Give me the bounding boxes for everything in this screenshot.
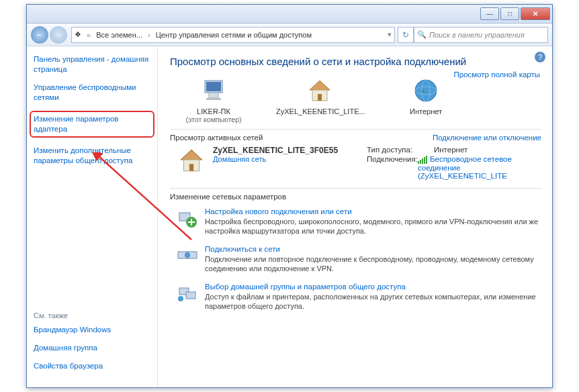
svg-rect-1 [206,82,221,91]
globe-icon [412,77,440,105]
home-network-link[interactable]: Домашняя сеть [213,155,266,163]
svg-point-20 [178,296,183,301]
breadcrumb-item[interactable]: Все элемен... [93,31,145,39]
help-icon[interactable]: ? [535,52,545,62]
task-homegroup: Выбор домашней группы и параметров общег… [177,283,541,311]
close-button[interactable]: ✕ [521,7,550,20]
breadcrumb-sep: › [145,31,153,39]
svg-rect-12 [189,164,193,170]
network-name: ZyXEL_KEENETIC_LITE_3F0E55 [213,146,338,155]
task-desc: Настройка беспроводного, широкополосного… [205,217,538,235]
breadcrumb-icon: ❖ [72,30,84,39]
minimize-button[interactable]: — [480,7,499,20]
pc-sublabel: (этот компьютер) [170,115,257,124]
svg-rect-3 [206,98,221,100]
search-input[interactable]: 🔍 Поиск в панели управления [414,27,548,43]
network-node-pc: LIKER-ПК (этот компьютер) [170,77,257,124]
breadcrumb-sep: « [84,31,93,39]
active-networks-section: Подключение или отключение Просмотр акти… [170,129,541,181]
search-icon: 🔍 [417,30,427,39]
task-link[interactable]: Подключиться к сети [205,245,541,253]
connection-link[interactable]: Беспроводное сетевое соединение (ZyXEL_K… [418,155,541,180]
task-link[interactable]: Настройка нового подключения или сети [205,207,541,215]
house-icon [306,77,334,105]
connections-label: Подключения: [367,155,418,180]
svg-rect-6 [318,94,322,101]
access-type-label: Тип доступа: [367,146,434,154]
pc-name: LIKER-ПК [170,107,257,115]
svg-rect-19 [186,292,195,299]
view-full-map-link[interactable]: Просмотр полной карты [453,70,540,79]
svg-point-17 [185,252,190,258]
main-content: ? Просмотр основных сведений о сети и на… [158,46,552,387]
computer-icon [199,77,228,105]
active-network-row: ZyXEL_KEENETIC_LITE_3F0E55 Домашняя сеть… [177,146,541,181]
network-map: LIKER-ПК (этот компьютер) ZyXEL_KEENETIC… [170,77,541,124]
signal-icon [418,156,427,164]
breadcrumb-item[interactable]: Центр управления сетями и общим доступом [153,31,314,39]
sidebar-wireless-link[interactable]: Управление беспроводными сетями [34,83,150,103]
internet-label: Интернет [382,107,470,115]
page-title: Просмотр основных сведений о сети и наст… [170,56,541,67]
titlebar: — □ ✕ [27,5,552,23]
maximize-button[interactable]: □ [500,7,519,20]
sidebar: Панель управления - домашняя страница Уп… [27,46,158,387]
sidebar-browser-link[interactable]: Свойства браузера [34,361,150,371]
connect-disconnect-link[interactable]: Подключение или отключение [433,134,541,142]
active-network-text: ZyXEL_KEENETIC_LITE_3F0E55 Домашняя сеть [213,146,360,163]
task-desc: Подключение или повторное подключение к … [205,255,534,273]
control-panel-window: — □ ✕ ← → ❖ « Все элемен... › Центр упра… [26,4,553,388]
refresh-button[interactable]: ↻ [398,27,414,43]
task-new-connection: Настройка нового подключения или сетиНас… [177,207,541,236]
connect-icon [177,245,198,266]
house-icon [177,146,206,175]
forward-button[interactable]: → [50,26,67,44]
svg-marker-4 [310,81,330,90]
svg-rect-2 [209,93,218,98]
task-link[interactable]: Выбор домашней группы и параметров общег… [205,283,541,291]
body: Панель управления - домашняя страница Уп… [27,46,552,387]
back-button[interactable]: ← [31,26,48,44]
change-settings-section: Изменение сетевых параметров Настройка н… [170,188,541,311]
active-network-details: Тип доступа:Интернет Подключения:Беспров… [367,146,541,181]
see-also-label: См. также [34,311,150,320]
svg-point-7 [415,80,437,101]
task-connect: Подключиться к сетиПодключение или повто… [177,245,541,273]
sidebar-sharing-link[interactable]: Изменить дополнительные параметры общего… [34,146,150,166]
address-bar[interactable]: ❖ « Все элемен... › Центр управления сет… [71,27,395,43]
router-name: ZyXEL_KEENETIC_LITE... [276,107,363,115]
breadcrumb-dropdown-icon[interactable]: ▾ [385,30,394,39]
svg-marker-10 [181,150,202,160]
sidebar-home-link[interactable]: Панель управления - домашняя страница [34,54,150,75]
access-type-value: Интернет [434,146,467,154]
task-desc: Доступ к файлам и принтерам, расположенн… [205,293,536,310]
sidebar-adapter-link[interactable]: Изменение параметров адаптера [30,111,154,138]
sidebar-firewall-link[interactable]: Брандмауэр Windows [34,325,150,335]
homegroup-icon [177,283,198,304]
sidebar-homegroup-link[interactable]: Домашняя группа [34,343,150,353]
network-node-router: ZyXEL_KEENETIC_LITE... [276,77,363,115]
change-settings-label: Изменение сетевых параметров [170,193,541,201]
network-node-internet: Интернет [382,77,470,115]
new-connection-icon [177,207,198,229]
navbar: ← → ❖ « Все элемен... › Центр управления… [27,23,552,46]
search-placeholder: Поиск в панели управления [429,31,525,39]
